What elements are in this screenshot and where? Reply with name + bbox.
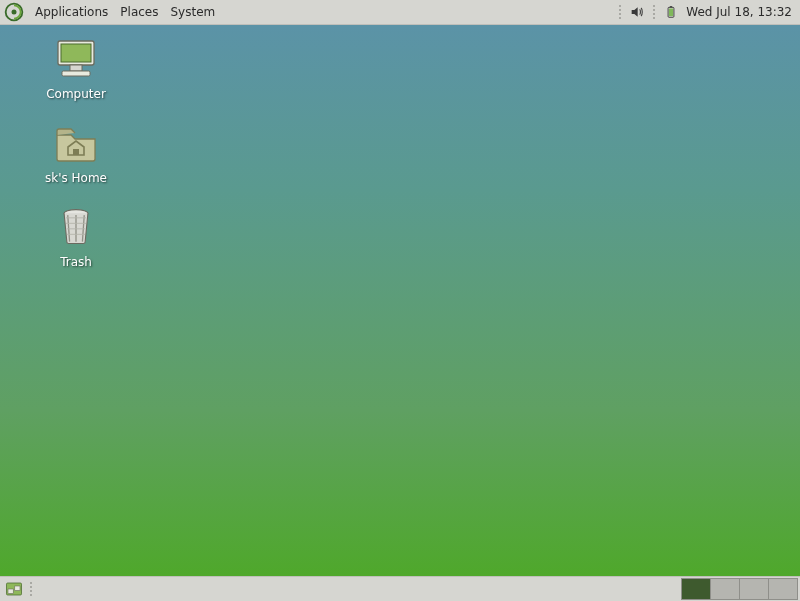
- desktop-icons: Computer sk's Home: [16, 35, 136, 269]
- show-desktop-button[interactable]: [3, 579, 25, 599]
- top-panel: Applications Places System Wed Jul 18, 1…: [0, 0, 800, 25]
- desktop-icon-home[interactable]: sk's Home: [16, 119, 136, 185]
- svg-rect-3: [670, 6, 672, 7]
- svg-rect-13: [15, 586, 20, 591]
- battery-icon[interactable]: [662, 3, 680, 21]
- workspace-4[interactable]: [768, 578, 798, 600]
- desktop-icon-computer[interactable]: Computer: [16, 35, 136, 101]
- system-tray: Wed Jul 18, 13:32: [614, 0, 800, 24]
- svg-point-1: [12, 10, 17, 15]
- desktop-icon-label: Computer: [46, 87, 106, 101]
- svg-rect-6: [61, 44, 91, 62]
- svg-rect-8: [62, 71, 90, 76]
- desktop-icon-label: Trash: [60, 255, 92, 269]
- volume-icon[interactable]: [628, 3, 646, 21]
- tray-grip: [616, 4, 624, 20]
- menu-places[interactable]: Places: [114, 0, 164, 24]
- desktop-icon-label: sk's Home: [45, 171, 107, 185]
- workspace-2[interactable]: [710, 578, 740, 600]
- tray-grip-2: [650, 4, 658, 20]
- home-folder-icon: [52, 119, 100, 167]
- computer-icon: [52, 35, 100, 83]
- svg-rect-7: [70, 65, 82, 71]
- menu-bar: Applications Places System: [0, 0, 221, 24]
- menu-applications[interactable]: Applications: [29, 0, 114, 24]
- trash-icon: [52, 203, 100, 251]
- distro-logo-icon[interactable]: [3, 1, 25, 23]
- svg-rect-4: [669, 9, 673, 17]
- clock[interactable]: Wed Jul 18, 13:32: [682, 5, 796, 19]
- workspace-switcher: [682, 578, 798, 600]
- bottom-grip: [27, 581, 35, 597]
- workspace-1[interactable]: [681, 578, 711, 600]
- menu-system[interactable]: System: [164, 0, 221, 24]
- svg-rect-12: [8, 589, 13, 594]
- desktop[interactable]: Computer sk's Home: [0, 25, 800, 576]
- svg-rect-9: [73, 149, 79, 155]
- bottom-panel: [0, 576, 800, 601]
- desktop-icon-trash[interactable]: Trash: [16, 203, 136, 269]
- workspace-3[interactable]: [739, 578, 769, 600]
